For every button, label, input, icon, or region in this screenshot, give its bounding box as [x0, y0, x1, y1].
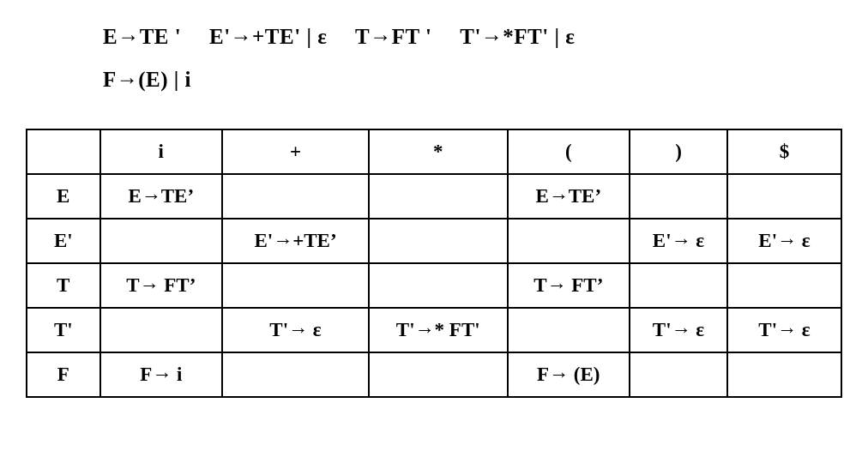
grammar-rule: T'→*FT' | ε — [460, 15, 575, 58]
cell-E-star — [369, 174, 508, 219]
cell-F-plus — [222, 352, 369, 397]
cell-T-star — [369, 263, 508, 308]
table-row: T T→ FT’ T→ FT’ — [27, 263, 841, 308]
table-row: E' E'→+TE’ E'→ ε E'→ ε — [27, 219, 841, 263]
cell-T-plus — [222, 263, 369, 308]
cell-Tp-star: T'→* FT' — [369, 308, 508, 352]
cell-Tp-plus: T'→ ε — [222, 308, 369, 352]
cell-F-eof — [727, 352, 841, 397]
row-header-T: T — [27, 263, 100, 308]
col-header-lparen: ( — [508, 129, 630, 174]
cell-Ep-plus: E'→+TE’ — [222, 219, 369, 263]
grammar-rules: E→TE ' E'→+TE' | ε T→FT ' T'→*FT' | ε F→… — [26, 15, 842, 101]
cell-T-i: T→ FT’ — [100, 263, 223, 308]
row-header-Ep: E' — [27, 219, 100, 263]
cell-Ep-rparen: E'→ ε — [630, 219, 727, 263]
cell-E-lparen: E→TE’ — [508, 174, 630, 219]
table-row: T' T'→ ε T'→* FT' T'→ ε T'→ ε — [27, 308, 841, 352]
parse-table: i + * ( ) $ E E→TE’ E→TE’ E' E'→+TE’ E'→… — [26, 129, 842, 398]
cell-Ep-i — [100, 219, 223, 263]
cell-F-i: F→ i — [100, 352, 223, 397]
table-row: i + * ( ) $ — [27, 129, 841, 174]
corner-cell — [27, 129, 100, 174]
cell-T-lparen: T→ FT’ — [508, 263, 630, 308]
cell-Ep-star — [369, 219, 508, 263]
col-header-rparen: ) — [630, 129, 727, 174]
table-row: F F→ i F→ (E) — [27, 352, 841, 397]
grammar-rule: F→(E) | i — [103, 58, 191, 101]
col-header-i: i — [100, 129, 223, 174]
cell-Ep-eof: E'→ ε — [727, 219, 841, 263]
cell-Tp-i — [100, 308, 223, 352]
cell-Ep-lparen — [508, 219, 630, 263]
cell-E-rparen — [630, 174, 727, 219]
col-header-star: * — [369, 129, 508, 174]
cell-F-rparen — [630, 352, 727, 397]
cell-F-star — [369, 352, 508, 397]
row-header-Tp: T' — [27, 308, 100, 352]
row-header-E: E — [27, 174, 100, 219]
table-row: E E→TE’ E→TE’ — [27, 174, 841, 219]
cell-T-eof — [727, 263, 841, 308]
cell-Tp-rparen: T'→ ε — [630, 308, 727, 352]
cell-E-eof — [727, 174, 841, 219]
cell-E-i: E→TE’ — [100, 174, 223, 219]
grammar-rule: E→TE ' — [103, 15, 181, 58]
cell-E-plus — [222, 174, 369, 219]
col-header-eof: $ — [727, 129, 841, 174]
cell-Tp-eof: T'→ ε — [727, 308, 841, 352]
grammar-rule: E'→+TE' | ε — [209, 15, 327, 58]
cell-T-rparen — [630, 263, 727, 308]
cell-Tp-lparen — [508, 308, 630, 352]
row-header-F: F — [27, 352, 100, 397]
grammar-rule: T→FT ' — [355, 15, 431, 58]
col-header-plus: + — [222, 129, 369, 174]
cell-F-lparen: F→ (E) — [508, 352, 630, 397]
